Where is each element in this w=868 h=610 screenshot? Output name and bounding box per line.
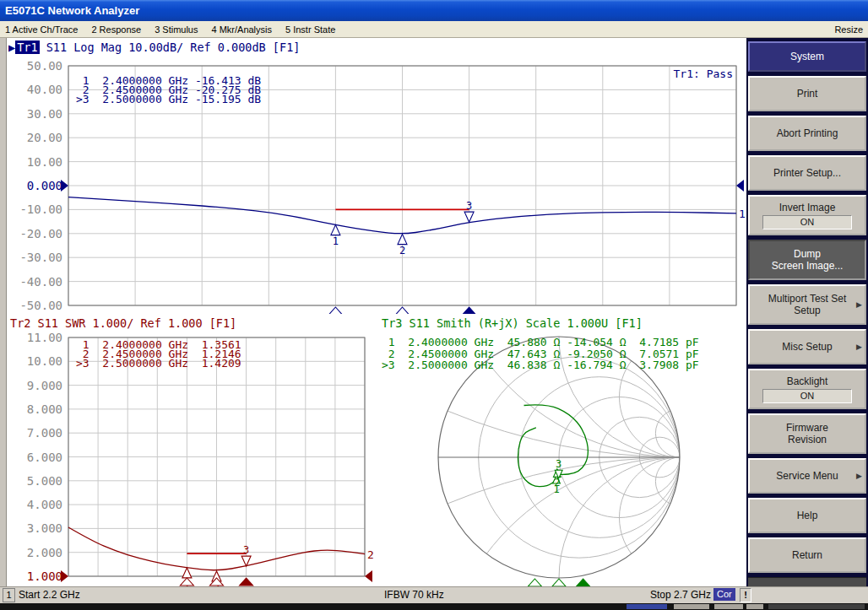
svg-text:-50.00: -50.00 xyxy=(19,299,62,312)
tr1-label-chip[interactable]: Tr1 xyxy=(15,40,39,54)
softkey-return[interactable]: Return xyxy=(748,537,866,573)
svg-text:20.00: 20.00 xyxy=(27,131,62,144)
svg-text:2: 2 xyxy=(399,245,405,256)
softkey-label: Misc Setup xyxy=(782,341,832,353)
softkey-service-menu[interactable]: Service Menu▶ xyxy=(748,458,866,494)
taskbar-clock-fragment xyxy=(768,604,865,609)
svg-text:6.000: 6.000 xyxy=(27,451,62,464)
submenu-arrow-icon: ▶ xyxy=(856,341,862,353)
softkey-label: Dump xyxy=(794,248,821,260)
softkey-print[interactable]: Print xyxy=(748,76,866,111)
channel-indicator: 1 xyxy=(3,588,15,602)
title-bar: E5071C Network Analyzer xyxy=(0,0,868,21)
correction-badge: Cor xyxy=(713,588,735,601)
softkey-dump-screen-image[interactable]: DumpScreen Image... xyxy=(748,240,866,280)
submenu-arrow-icon: ▶ xyxy=(856,299,862,310)
svg-text:5.000: 5.000 xyxy=(27,474,62,488)
softkey-label: Print xyxy=(797,88,818,100)
menu-bar: 1 Active Ch/Trace2 Response3 Stimulus4 M… xyxy=(0,21,868,38)
taskbar-button-fragment xyxy=(627,604,667,609)
ifbw-label: IFBW 70 kHz xyxy=(384,589,444,601)
svg-text:-10.00: -10.00 xyxy=(19,202,62,216)
svg-text:2: 2 xyxy=(367,548,374,561)
svg-text:1.000: 1.000 xyxy=(27,570,62,583)
taskbar-button-fragment xyxy=(674,604,709,609)
app-window: E5071C Network Analyzer 1 Active Ch/Trac… xyxy=(0,0,868,610)
softkey-abort-printing[interactable]: Abort Printing xyxy=(748,116,866,151)
window-title: E5071C Network Analyzer xyxy=(5,4,139,17)
softkey-firmware-revision[interactable]: FirmwareRevision xyxy=(748,413,866,454)
softkey-system[interactable]: System xyxy=(748,41,866,72)
svg-text:7.000: 7.000 xyxy=(27,426,62,440)
softkey-label: System xyxy=(790,51,824,62)
tr2-label[interactable]: Tr2 xyxy=(10,316,30,330)
softkey-misc-setup[interactable]: Misc Setup▶ xyxy=(748,329,866,364)
sweep-stop-label: Stop 2.7 GHz xyxy=(650,589,711,601)
menu-item-4-mkr-analysis[interactable]: 4 Mkr/Analysis xyxy=(211,24,272,35)
menu-item-5-instr-state[interactable]: 5 Instr State xyxy=(285,24,335,35)
svg-text:-40.00: -40.00 xyxy=(19,275,62,289)
svg-text:-30.00: -30.00 xyxy=(19,251,62,264)
softkey-label: Multiport Test Set xyxy=(768,293,846,305)
softkey-label: Backlight xyxy=(787,375,828,387)
softkey-label: Setup xyxy=(794,305,820,316)
softkey-help[interactable]: Help xyxy=(748,498,866,533)
softkey-label: Revision xyxy=(788,434,827,445)
tr3-marker-readout: 1 2.4000000 GHz 45.880 Ω -14.054 Ω 4.718… xyxy=(382,337,699,371)
svg-text:8.000: 8.000 xyxy=(27,402,62,416)
tr2-header: Tr2 S11 SWR 1.000/ Ref 1.000 [F1] xyxy=(10,316,236,330)
menu-item-1-active-ch-trace[interactable]: 1 Active Ch/Trace xyxy=(5,24,78,35)
softkey-backlight[interactable]: BacklightON xyxy=(748,369,866,409)
menu-item-2-response[interactable]: 2 Response xyxy=(91,24,141,35)
svg-text:4.000: 4.000 xyxy=(27,498,62,511)
menu-item-3-stimulus[interactable]: 3 Stimulus xyxy=(155,24,198,35)
svg-text:2.000: 2.000 xyxy=(27,546,62,559)
tr1-header: ▶Tr1 S11 Log Mag 10.00dB/ Ref 0.000dB [F… xyxy=(8,40,300,54)
softkey-label: Firmware xyxy=(786,422,828,434)
softkey-label: Return xyxy=(792,549,822,561)
svg-text:10.00: 10.00 xyxy=(27,354,62,368)
alert-indicator[interactable]: ! xyxy=(740,588,751,602)
taskbar-button-fragment xyxy=(714,604,743,609)
softkey-invert-image[interactable]: Invert ImageON xyxy=(748,195,866,235)
svg-text:2: 2 xyxy=(554,477,560,489)
tr1-pass-status: Tr1: Pass xyxy=(608,67,733,80)
sweep-start-label: Start 2.2 GHz xyxy=(19,589,80,601)
tr3-params: S11 Smith (R+jX) Scale 1.000U [F1] xyxy=(402,316,642,330)
softkey-multiport-test-set-setup[interactable]: Multiport Test SetSetup▶ xyxy=(748,284,866,325)
svg-text:0.000: 0.000 xyxy=(27,179,62,192)
tr3-label[interactable]: Tr3 xyxy=(382,316,402,330)
menu-item-resize[interactable]: Resize xyxy=(834,24,863,35)
tr2-params: S11 SWR 1.000/ Ref 1.000 [F1] xyxy=(30,316,236,330)
svg-text:10.00: 10.00 xyxy=(27,155,62,169)
taskbar-button-fragment xyxy=(746,604,763,609)
softkey-empty-area xyxy=(748,577,866,586)
softkey-printer-setup[interactable]: Printer Setup... xyxy=(748,155,866,191)
toggle-state[interactable]: ON xyxy=(762,215,852,229)
svg-text:3: 3 xyxy=(466,200,472,212)
svg-text:3: 3 xyxy=(556,458,561,470)
svg-text:3.000: 3.000 xyxy=(27,521,62,535)
softkey-menu: SystemPrintAbort PrintingPrinter Setup..… xyxy=(746,38,868,586)
submenu-arrow-icon: ▶ xyxy=(856,470,862,482)
tr3-header: Tr3 S11 Smith (R+jX) Scale 1.000U [F1] xyxy=(382,316,643,330)
svg-text:1: 1 xyxy=(739,208,746,220)
svg-text:30.00: 30.00 xyxy=(27,107,62,121)
tr2-marker-readout: 1 2.4000000 GHz 1.3561 2 2.4500000 GHz 1… xyxy=(76,340,241,368)
softkey-label: Service Menu xyxy=(776,470,838,482)
tr1-params: S11 Log Mag 10.00dB/ Ref 0.000dB [F1] xyxy=(40,40,301,54)
svg-text:11.00: 11.00 xyxy=(27,331,62,344)
toggle-state[interactable]: ON xyxy=(762,389,852,403)
svg-text:9.000: 9.000 xyxy=(27,379,62,392)
softkey-label: Printer Setup... xyxy=(773,167,841,179)
softkey-label: Screen Image... xyxy=(772,260,844,272)
softkey-label: Abort Printing xyxy=(777,127,838,139)
active-trace-arrow: ▶ xyxy=(8,40,15,54)
svg-text:-20.00: -20.00 xyxy=(19,227,62,240)
svg-text:40.00: 40.00 xyxy=(27,83,62,96)
svg-text:50.00: 50.00 xyxy=(27,59,62,73)
tr1-marker-readout: 1 2.4000000 GHz -16.413 dB 2 2.4500000 G… xyxy=(76,76,261,104)
svg-text:3: 3 xyxy=(243,544,249,556)
clipped-taskbar xyxy=(0,603,868,610)
status-bar: 1 Start 2.2 GHz IFBW 70 kHz Stop 2.7 GHz… xyxy=(0,586,868,604)
